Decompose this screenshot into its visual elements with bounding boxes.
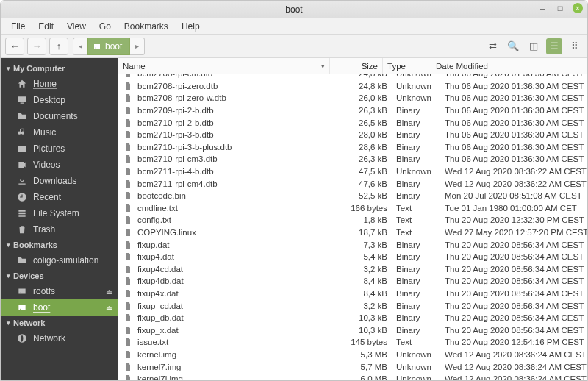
column-date-header[interactable]: Date Modified bbox=[431, 58, 578, 74]
file-size: 166 bytes bbox=[339, 204, 392, 213]
file-size: 145 bytes bbox=[339, 338, 392, 346]
file-icon bbox=[123, 216, 132, 224]
file-list-body[interactable]: bcm2708-rpi-cm.dtb 24,8 kB Unknown Thu 0… bbox=[118, 74, 587, 380]
file-row[interactable]: bootcode.bin 52,5 kB Binary Mon 20 Jul 2… bbox=[118, 190, 587, 202]
menu-bookmarks[interactable]: Bookmarks bbox=[118, 20, 174, 33]
file-row[interactable]: fixup.dat 7,3 kB Binary Thu 20 Aug 2020 … bbox=[118, 238, 587, 251]
file-row[interactable]: fixup4x.dat 8,4 kB Binary Thu 20 Aug 202… bbox=[118, 288, 587, 300]
sidebar-item-music[interactable]: Music bbox=[1, 124, 118, 140]
file-type: Text bbox=[392, 216, 440, 224]
sidebar-item-label: rootfs bbox=[33, 286, 55, 296]
search-button[interactable]: 🔍 bbox=[505, 38, 521, 54]
sidebar-item-network[interactable]: Network bbox=[1, 330, 118, 346]
file-row[interactable]: bcm2710-rpi-2-b.dtb 26,5 kB Binary Thu 0… bbox=[118, 116, 587, 129]
file-row[interactable]: bcm2708-rpi-zero.dtb 24,8 kB Unknown Thu… bbox=[118, 80, 587, 93]
menu-view[interactable]: View bbox=[61, 20, 92, 33]
file-type: Binary bbox=[392, 179, 440, 188]
file-row[interactable]: kernel7l.img 6,0 MB Unknown Wed 12 Aug 2… bbox=[118, 373, 587, 380]
eject-icon[interactable]: ⏏ bbox=[106, 304, 112, 312]
file-row[interactable]: bcm2710-rpi-3-b-plus.dtb 28,6 kB Binary … bbox=[118, 141, 587, 154]
sidebar-section-header[interactable]: ▾Bookmarks bbox=[1, 238, 118, 252]
compact-view-button[interactable]: ⠿ bbox=[567, 38, 583, 54]
file-row[interactable]: fixup_x.dat 10,3 kB Binary Thu 20 Aug 20… bbox=[118, 324, 587, 336]
file-size: 1,8 kB bbox=[339, 216, 392, 224]
file-row[interactable]: bcm2708-rpi-zero-w.dtb 26,0 kB Unknown T… bbox=[118, 92, 587, 104]
sidebar-item-label: Trash bbox=[33, 224, 55, 235]
file-row[interactable]: COPYING.linux 18,7 kB Text Wed 27 May 20… bbox=[118, 227, 587, 239]
sidebar-item-coligo-simulation[interactable]: coligo-simulation bbox=[1, 252, 118, 268]
file-type: Unknown bbox=[392, 374, 440, 380]
file-icon bbox=[123, 277, 132, 285]
window-title: boot bbox=[1, 4, 587, 15]
file-name: fixup4.dat bbox=[137, 252, 174, 261]
chevron-down-icon: ▾ bbox=[7, 319, 10, 327]
file-row[interactable]: bcm2711-rpi-cm4.dtb 47,6 kB Binary Wed 1… bbox=[118, 177, 587, 190]
file-row[interactable]: issue.txt 145 bytes Text Thu 20 Aug 2020… bbox=[118, 336, 587, 349]
minimize-button[interactable]: – bbox=[537, 3, 548, 13]
toggle-location-button[interactable]: ⇄ bbox=[484, 38, 501, 54]
up-button[interactable]: ↑ bbox=[49, 38, 68, 55]
list-view-button[interactable]: ☰ bbox=[546, 38, 562, 54]
file-type: Binary bbox=[392, 252, 440, 261]
file-row[interactable]: fixup4db.dat 8,4 kB Binary Thu 20 Aug 20… bbox=[118, 275, 587, 288]
menu-edit[interactable]: Edit bbox=[32, 20, 60, 33]
file-size: 26,0 kB bbox=[339, 93, 392, 102]
file-row[interactable]: kernel7.img 5,7 MB Unknown Wed 12 Aug 20… bbox=[118, 360, 587, 373]
menu-go[interactable]: Go bbox=[93, 20, 117, 33]
file-row[interactable]: fixup4cd.dat 3,2 kB Binary Thu 20 Aug 20… bbox=[118, 263, 587, 276]
file-row[interactable]: kernel.img 5,3 MB Unknown Wed 12 Aug 202… bbox=[118, 349, 587, 361]
path-next-button[interactable]: ▸ bbox=[130, 38, 145, 55]
file-icon bbox=[123, 167, 132, 176]
file-row[interactable]: bcm2708-rpi-cm.dtb 24,8 kB Unknown Thu 0… bbox=[118, 74, 587, 80]
file-row[interactable]: bcm2710-rpi-cm3.dtb 26,3 kB Binary Thu 0… bbox=[118, 153, 587, 165]
column-name-header[interactable]: Name▾ bbox=[118, 58, 330, 74]
eject-icon[interactable]: ⏏ bbox=[106, 288, 112, 296]
forward-button[interactable]: → bbox=[27, 38, 46, 55]
maximize-button[interactable]: □ bbox=[555, 3, 565, 13]
sidebar-item-pictures[interactable]: Pictures bbox=[1, 140, 118, 157]
back-button[interactable]: ← bbox=[5, 38, 24, 55]
file-row[interactable]: bcm2709-rpi-2-b.dtb 26,3 kB Binary Thu 0… bbox=[118, 104, 587, 117]
sidebar-item-home[interactable]: Home bbox=[1, 76, 118, 92]
sidebar-item-videos[interactable]: Videos bbox=[1, 157, 118, 173]
sidebar-item-desktop[interactable]: Desktop bbox=[1, 92, 118, 108]
sidebar-section-header[interactable]: ▾My Computer bbox=[1, 61, 118, 76]
file-row[interactable]: cmdline.txt 166 bytes Text Tue 01 Jan 19… bbox=[118, 202, 587, 215]
sidebar-item-documents[interactable]: Documents bbox=[1, 108, 118, 124]
titlebar[interactable]: boot – □ × bbox=[1, 1, 587, 18]
column-type-header[interactable]: Type bbox=[383, 58, 431, 74]
file-list: Name▾ Size Type Date Modified bcm2708-rp… bbox=[118, 58, 587, 380]
file-row[interactable]: fixup4.dat 5,4 kB Binary Thu 20 Aug 2020… bbox=[118, 251, 587, 263]
sidebar-section-header[interactable]: ▾Devices bbox=[1, 268, 118, 283]
sidebar-item-trash[interactable]: Trash bbox=[1, 221, 118, 238]
main-area: ▾My ComputerHomeDesktopDocumentsMusicPic… bbox=[1, 58, 587, 380]
file-type: Unknown bbox=[392, 350, 440, 359]
sidebar-item-downloads[interactable]: Downloads bbox=[1, 173, 118, 189]
file-row[interactable]: config.txt 1,8 kB Text Thu 20 Aug 2020 1… bbox=[118, 214, 587, 227]
file-date: Thu 06 Aug 2020 01:36:30 AM CEST bbox=[440, 118, 587, 127]
file-date: Thu 06 Aug 2020 01:36:30 AM CEST bbox=[440, 74, 587, 78]
file-size: 10,3 kB bbox=[339, 313, 392, 322]
sidebar-item-recent[interactable]: Recent bbox=[1, 189, 118, 205]
menu-file[interactable]: File bbox=[5, 20, 31, 33]
file-row[interactable]: fixup_db.dat 10,3 kB Binary Thu 20 Aug 2… bbox=[118, 312, 587, 324]
sidebar-item-boot[interactable]: boot⏏ bbox=[1, 299, 118, 316]
file-size: 3,2 kB bbox=[339, 302, 392, 310]
file-row[interactable]: bcm2710-rpi-3-b.dtb 28,0 kB Binary Thu 0… bbox=[118, 129, 587, 141]
file-icon bbox=[123, 302, 132, 310]
icon-view-button[interactable]: ◫ bbox=[526, 38, 542, 54]
file-name: bcm2708-rpi-zero-w.dtb bbox=[137, 93, 226, 102]
file-date: Wed 12 Aug 2020 08:36:24 AM CEST bbox=[440, 363, 587, 371]
sidebar-item-file-system[interactable]: File System bbox=[1, 205, 118, 221]
sidebar: ▾My ComputerHomeDesktopDocumentsMusicPic… bbox=[1, 58, 118, 380]
path-prev-button[interactable]: ◂ bbox=[73, 38, 87, 55]
sidebar-section-header[interactable]: ▾Network bbox=[1, 316, 118, 330]
file-row[interactable]: bcm2711-rpi-4-b.dtb 47,5 kB Unknown Wed … bbox=[118, 165, 587, 178]
menu-help[interactable]: Help bbox=[176, 20, 206, 33]
file-row[interactable]: fixup_cd.dat 3,2 kB Binary Thu 20 Aug 20… bbox=[118, 299, 587, 312]
close-button[interactable]: × bbox=[573, 3, 583, 13]
sidebar-item-rootfs[interactable]: rootfs⏏ bbox=[1, 283, 118, 299]
file-name: bcm2710-rpi-cm3.dtb bbox=[137, 154, 218, 163]
column-size-header[interactable]: Size bbox=[330, 58, 383, 74]
path-segment-boot[interactable]: boot bbox=[87, 38, 130, 55]
